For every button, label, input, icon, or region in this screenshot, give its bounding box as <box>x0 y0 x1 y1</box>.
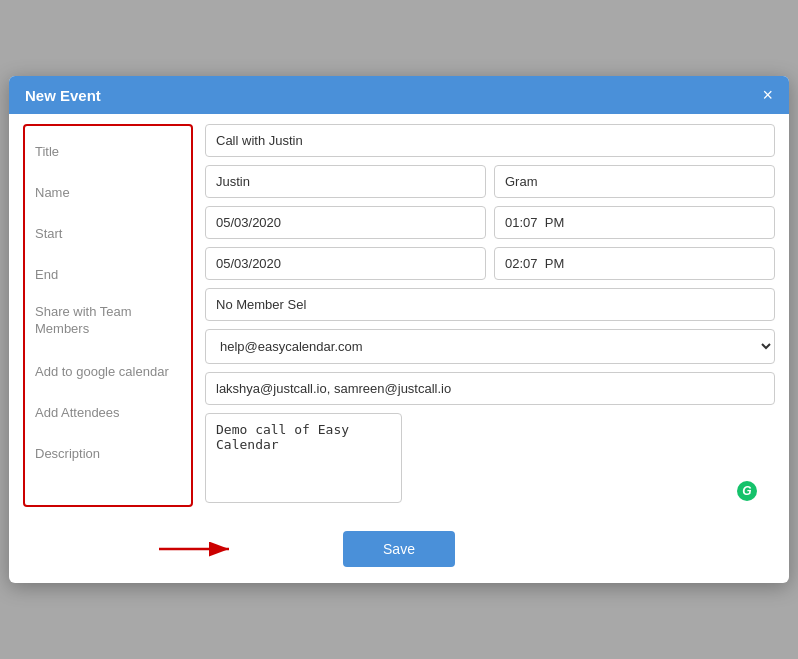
description-row: G <box>205 413 775 507</box>
start-row <box>205 206 775 239</box>
start-time-input[interactable] <box>494 206 775 239</box>
name-label: Name <box>35 171 181 212</box>
last-name-input[interactable] <box>494 165 775 198</box>
start-label: Start <box>35 212 181 253</box>
first-name-input[interactable] <box>205 165 486 198</box>
share-label: Share with Team Members <box>35 294 181 350</box>
end-label: End <box>35 253 181 294</box>
google-label: Add to google calendar <box>35 350 181 391</box>
attendees-label: Add Attendees <box>35 391 181 432</box>
modal-container: New Event × Title Name Start End Share w… <box>9 76 789 583</box>
title-input[interactable] <box>205 124 775 157</box>
description-textarea[interactable] <box>205 413 402 503</box>
modal-header: New Event × <box>9 76 789 114</box>
description-label: Description <box>35 432 181 473</box>
arrow-icon <box>159 535 239 563</box>
start-date-input[interactable] <box>205 206 486 239</box>
attendees-row <box>205 372 775 405</box>
modal-overlay: New Event × Title Name Start End Share w… <box>0 0 798 659</box>
grammarly-icon: G <box>737 481 757 501</box>
save-button[interactable]: Save <box>343 531 455 567</box>
modal-body: Title Name Start End Share with Team Mem… <box>9 114 789 521</box>
end-date-input[interactable] <box>205 247 486 280</box>
modal-title: New Event <box>25 87 101 104</box>
share-row <box>205 288 775 321</box>
title-row <box>205 124 775 157</box>
modal-footer: Save <box>9 521 789 583</box>
title-label: Title <box>35 134 181 171</box>
google-row: help@easycalendar.com <box>205 329 775 364</box>
textarea-wrapper: G <box>205 413 775 507</box>
share-input[interactable] <box>205 288 775 321</box>
google-calendar-select[interactable]: help@easycalendar.com <box>205 329 775 364</box>
labels-panel: Title Name Start End Share with Team Mem… <box>23 124 193 507</box>
name-row <box>205 165 775 198</box>
attendees-input[interactable] <box>205 372 775 405</box>
close-button[interactable]: × <box>762 86 773 104</box>
fields-panel: help@easycalendar.com G <box>193 124 775 507</box>
end-row <box>205 247 775 280</box>
arrow-container <box>159 535 239 563</box>
end-time-input[interactable] <box>494 247 775 280</box>
